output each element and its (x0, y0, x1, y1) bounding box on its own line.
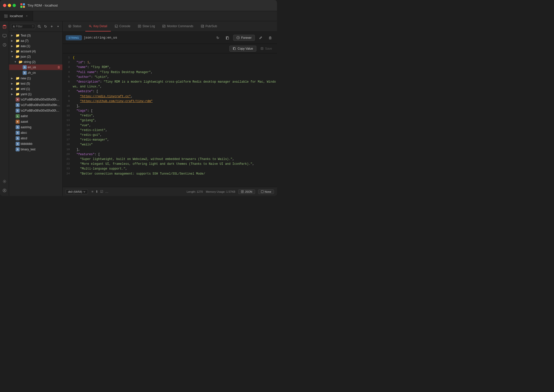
search-button[interactable] (37, 23, 42, 29)
sidebar-item-json[interactable]: ▼ 📂 json (2) (9, 54, 62, 59)
filter-box[interactable]: A ? (11, 24, 35, 29)
line-number: 16 (63, 133, 73, 137)
add-key-button[interactable]: + (49, 23, 54, 29)
expand-icon: ▶ (11, 82, 15, 85)
expand-icon: ▶ (11, 87, 15, 90)
copy-icon (226, 36, 229, 40)
check-icon-button[interactable]: ☑ (100, 190, 103, 193)
sidebar-item-aaset[interactable]: ▶ E aaset (9, 119, 62, 124)
tab-close-button[interactable]: × (25, 14, 29, 18)
sidebar-item-aa[interactable]: ▶ 📁 aa (7) (9, 38, 62, 43)
refresh-button[interactable]: ↻ (43, 23, 48, 29)
more-icon-button[interactable]: … (105, 190, 109, 193)
filter-type-label: A (13, 25, 15, 28)
tab-monitor-commands[interactable]: Monitor Commands (159, 21, 197, 31)
code-line-10: 10 ], (63, 104, 277, 109)
traffic-lights (3, 4, 16, 7)
filter-input[interactable] (16, 25, 31, 28)
sidebar-item-account[interactable]: ▶ 📁 account (4) (9, 49, 62, 54)
none-button[interactable]: None (258, 189, 274, 194)
tree-item-label: \x1F\x8B\x08\x00\x00\x00\x00\x0... (21, 109, 60, 112)
sidebar-item-binary_test[interactable]: ▶ S binary_test (9, 147, 62, 152)
history-icon-button[interactable] (1, 41, 8, 48)
sidebar-item-hex3[interactable]: ▶ S \x1F\x8B\x08\x00\x00\x00\x00\x0... (9, 108, 62, 113)
code-line-3: 3 "name": "Tiny RDM", (63, 65, 277, 70)
type-badge-s: S (16, 136, 20, 140)
code-line-15: 15 "redis-client", (63, 128, 277, 133)
line-number: 20 (63, 152, 73, 157)
sidebar-item-bbbbbbb[interactable]: ▶ S bbbbbbb (9, 141, 62, 147)
line-content: "vue", (73, 123, 277, 128)
sidebar: A ? ↻ + ▾ ▶ 📁 (9, 21, 63, 196)
sidebar-item-aaa[interactable]: ▶ 📁 aaa (1) (9, 43, 62, 49)
sidebar-item-aastring[interactable]: ▶ S aastring (9, 124, 62, 130)
sidebar-item-new[interactable]: ▶ 📁 new (1) (9, 76, 62, 81)
edit-ttl-button[interactable] (257, 34, 264, 42)
code-line-7: 7 "website": [ (63, 89, 277, 94)
svg-point-15 (69, 26, 70, 27)
code-line-16: 16 "redis-gui", (63, 133, 277, 138)
close-icon: × (26, 15, 27, 17)
sidebar-item-zh_cn[interactable]: ▶ S zh_cn (9, 70, 62, 76)
sidebar-item-aalist[interactable]: ▶ L aalist (9, 113, 62, 119)
tree-item-label: aalist (21, 114, 60, 118)
settings-icon-button[interactable] (1, 178, 8, 185)
github-icon-button[interactable] (1, 187, 8, 194)
reload-key-button[interactable]: ↻ (214, 34, 222, 42)
code-line-21: 21 "Super lightweight, built on Webview2… (63, 157, 277, 162)
tab-pub-sub[interactable]: Pub/Sub (197, 21, 221, 31)
tree-item-label: aaset (21, 120, 60, 123)
code-editor[interactable]: 1 { 2 "id": 1, 3 "name": "Tiny RDM", 4 "… (63, 53, 277, 187)
line-content: "name": "Tiny RDM", (73, 65, 277, 70)
sidebar-item-xml[interactable]: ▶ 📁 xml (1) (9, 86, 62, 91)
ttl-button[interactable]: Forever (233, 35, 255, 41)
svg-line-30 (202, 26, 203, 26)
reload-icon: ↻ (216, 36, 219, 40)
tab-localhost[interactable]: ⬛ localhost × (0, 11, 33, 21)
delete-key-button[interactable]: 🗑 (57, 66, 60, 69)
sidebar-item-test[interactable]: ▶ 📁 Test (3) (9, 33, 62, 38)
folder-icon: 📁 (16, 92, 20, 96)
sidebar-item-test2[interactable]: ▶ 📁 test (5) (9, 81, 62, 86)
sidebar-item-abcd[interactable]: ▶ S abcd (9, 136, 62, 141)
delete-key-button[interactable] (266, 34, 274, 42)
more-options-button[interactable]: ▾ (56, 23, 60, 29)
sidebar-item-hex1[interactable]: ▶ X \x1F\x8B\x08\x00\x00\x00\x00\x0... (9, 97, 62, 102)
sidebar-item-en_us[interactable]: ▶ S en_us 🗑 (9, 64, 62, 70)
none-label: None (265, 190, 271, 193)
db-selector[interactable]: db0 (58/58) (66, 189, 88, 194)
tab-status[interactable]: Status (65, 21, 85, 31)
sidebar-item-hex2[interactable]: ▶ S \x1F\x8B\x08\x00\x00\x09n\x88\x... (9, 102, 62, 108)
copy-value-button[interactable]: Copy Value (229, 46, 256, 52)
line-content: ], (73, 147, 277, 152)
sidebar-item-abcc[interactable]: ▶ S abcc (9, 130, 62, 136)
maximize-button[interactable] (13, 4, 16, 7)
sidebar-item-string[interactable]: ▼ 📂 string (2) (9, 59, 62, 64)
monitor-icon-button[interactable] (1, 32, 8, 39)
tab-slow-log[interactable]: Slow Log (134, 21, 158, 31)
download-icon-button[interactable]: ⬇ (95, 190, 98, 193)
minimize-button[interactable] (8, 4, 11, 7)
sidebar-item-yaml[interactable]: ▶ 📁 yaml (1) (9, 91, 62, 97)
folder-icon: 📁 (16, 44, 20, 48)
code-line-20: 20 "features": [ (63, 152, 277, 157)
expand-icon: ▶ (11, 39, 15, 42)
code-line-18: 18 "wails" (63, 142, 277, 147)
tree-item-label: Test (3) (21, 34, 60, 37)
tree-item-label: test (5) (21, 82, 60, 85)
tree-item-label: json (2) (21, 55, 60, 58)
tab-key-detail[interactable]: Key Detail (85, 21, 111, 31)
close-button[interactable] (3, 4, 6, 7)
format-button[interactable]: JSON (238, 189, 255, 194)
save-button[interactable]: Save (258, 46, 274, 51)
list-icon-button[interactable]: ≡ (91, 190, 93, 193)
line-number: 12 (63, 113, 73, 118)
type-badge-s: S (23, 65, 27, 69)
status-icon (68, 25, 71, 28)
database-icon-button[interactable] (1, 23, 8, 30)
expand-icon: ▶ (11, 34, 15, 37)
copy-key-button[interactable] (224, 34, 231, 42)
folder-icon: 📁 (16, 76, 20, 80)
tab-console[interactable]: Console (111, 21, 134, 31)
svg-rect-39 (261, 49, 263, 49)
